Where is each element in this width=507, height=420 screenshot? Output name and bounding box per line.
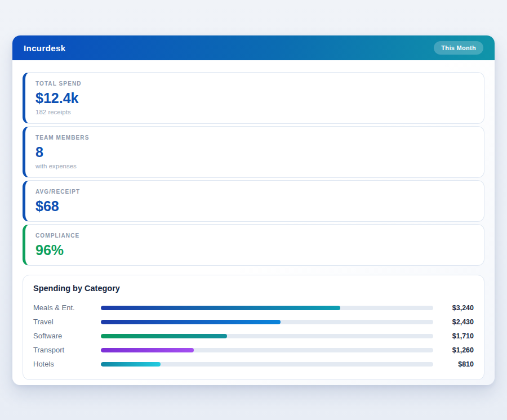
stat-subtext: with expenses — [35, 162, 474, 170]
category-value: $3,240 — [433, 304, 474, 312]
chart-title: Spending by Category — [33, 284, 474, 293]
stat-label: COMPLIANCE — [35, 232, 474, 239]
page-background: { "header": { "title": "Incurdesk", "bad… — [0, 0, 507, 420]
expense-dashboard-card: Incurdesk This Month TOTAL SPEND $12.4k … — [12, 35, 495, 385]
spending-by-category-card: Spending by Category Meals & Ent. $3,240… — [23, 275, 484, 380]
bar-track — [101, 362, 433, 367]
category-value: $810 — [433, 360, 474, 368]
stat-value: $68 — [35, 198, 474, 214]
category-value: $1,260 — [433, 346, 474, 354]
period-badge[interactable]: This Month — [434, 41, 483, 55]
category-row: Software $1,710 — [33, 329, 474, 343]
category-label: Software — [33, 332, 101, 340]
card-body: TOTAL SPEND $12.4k 182 receipts TEAM MEM… — [12, 60, 495, 380]
stat-label: TEAM MEMBERS — [35, 134, 474, 141]
category-label: Meals & Ent. — [33, 303, 101, 312]
stat-card-team-members: TEAM MEMBERS 8 with expenses — [23, 126, 484, 178]
stat-label: AVG/RECEIPT — [35, 188, 474, 195]
stat-label: TOTAL SPEND — [35, 80, 474, 87]
bar-fill-transport — [101, 348, 194, 352]
stat-value: $12.4k — [35, 90, 474, 106]
app-title: Incurdesk — [24, 43, 65, 53]
stat-card-total-spend: TOTAL SPEND $12.4k 182 receipts — [23, 72, 484, 124]
stat-value: 96% — [35, 242, 474, 258]
category-row: Travel $2,430 — [33, 315, 474, 329]
category-row: Hotels $810 — [33, 357, 474, 371]
category-value: $2,430 — [433, 318, 474, 326]
bar-fill-meals — [101, 306, 340, 310]
bar-fill-hotels — [101, 362, 161, 367]
category-label: Hotels — [33, 360, 101, 368]
bar-fill-software — [101, 334, 227, 338]
stat-card-compliance: COMPLIANCE 96% — [23, 224, 484, 266]
card-header: Incurdesk This Month — [12, 35, 495, 60]
bar-track — [101, 306, 433, 310]
category-label: Transport — [33, 346, 101, 354]
category-label: Travel — [33, 318, 101, 326]
category-row: Transport $1,260 — [33, 343, 474, 357]
bar-track — [101, 334, 433, 338]
stat-value: 8 — [35, 144, 474, 160]
stat-subtext: 182 receipts — [35, 108, 474, 116]
bar-track — [101, 348, 433, 352]
category-row: Meals & Ent. $3,240 — [33, 301, 474, 315]
category-value: $1,710 — [433, 332, 474, 340]
stat-card-avg-receipt: AVG/RECEIPT $68 — [23, 180, 484, 222]
bar-track — [101, 320, 433, 324]
bar-fill-travel — [101, 320, 281, 324]
